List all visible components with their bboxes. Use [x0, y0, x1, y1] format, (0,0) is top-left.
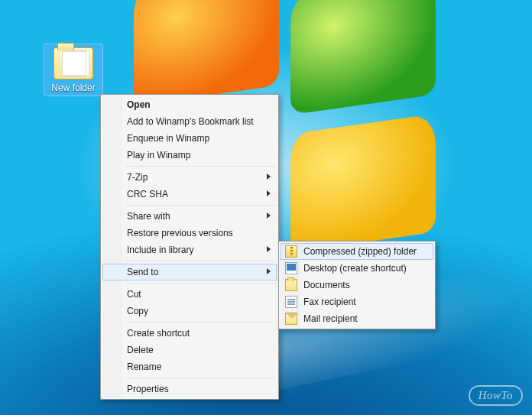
menu-separator	[125, 205, 275, 206]
submenu-item-mail[interactable]: Mail recipient	[281, 310, 433, 327]
label-zip: Compressed (zipped) folder	[303, 246, 417, 257]
submenu-item-documents[interactable]: Documents	[281, 277, 433, 293]
watermark-howto: HowTo	[469, 385, 523, 406]
label-include-library: Include in library	[127, 245, 193, 255]
label-rename: Rename	[127, 362, 161, 372]
label-enqueue: Enqueue in Winamp	[127, 133, 209, 144]
desktop[interactable]: New folder Open Add to Winamp's Bookmark…	[0, 0, 532, 415]
menu-separator	[125, 322, 275, 323]
submenu-arrow-icon	[267, 246, 271, 252]
menu-item-copy[interactable]: Copy	[102, 303, 277, 319]
menu-item-open[interactable]: Open	[102, 96, 277, 113]
label-delete: Delete	[127, 345, 154, 355]
menu-item-create-shortcut[interactable]: Create shortcut	[102, 325, 277, 342]
label-share-with: Share with	[127, 211, 170, 222]
menu-item-play[interactable]: Play in Winamp	[102, 147, 277, 164]
menu-item-7zip[interactable]: 7-Zip	[102, 169, 277, 186]
label-play: Play in Winamp	[127, 150, 190, 160]
label-open: Open	[127, 99, 151, 110]
label-copy: Copy	[127, 306, 148, 316]
menu-item-send-to[interactable]: Send to	[102, 264, 277, 280]
menu-item-restore[interactable]: Restore previous versions	[102, 225, 277, 242]
menu-item-include-library[interactable]: Include in library	[102, 242, 277, 258]
menu-separator	[125, 283, 275, 284]
submenu-arrow-icon	[267, 268, 271, 274]
menu-item-add-bookmark[interactable]: Add to Winamp's Bookmark list	[102, 113, 277, 130]
label-create-shortcut: Create shortcut	[127, 328, 190, 339]
submenu-item-fax[interactable]: Fax recipient	[281, 293, 433, 310]
documents-icon	[285, 279, 297, 291]
submenu-arrow-icon	[267, 173, 271, 180]
label-mail: Mail recipient	[303, 313, 358, 324]
label-cut: Cut	[127, 289, 141, 300]
label-send-to: Send to	[127, 267, 158, 277]
label-crc-sha: CRC SHA	[127, 189, 168, 199]
fax-icon	[285, 296, 297, 308]
submenu-arrow-icon	[267, 212, 271, 219]
menu-item-rename[interactable]: Rename	[102, 358, 277, 375]
desktop-icon	[285, 262, 297, 274]
label-restore: Restore previous versions	[127, 228, 233, 238]
menu-separator	[125, 166, 275, 167]
label-add-bookmark: Add to Winamp's Bookmark list	[127, 116, 254, 127]
desktop-folder-icon[interactable]: New folder	[44, 44, 102, 96]
context-menu: Open Add to Winamp's Bookmark list Enque…	[100, 94, 279, 400]
desktop-folder-label: New folder	[46, 83, 101, 93]
menu-item-delete[interactable]: Delete	[102, 342, 277, 358]
menu-item-share-with[interactable]: Share with	[102, 208, 277, 225]
label-properties: Properties	[127, 384, 169, 394]
label-fax: Fax recipient	[303, 297, 356, 307]
mail-icon	[285, 313, 297, 325]
folder-icon	[54, 47, 93, 79]
menu-item-cut[interactable]: Cut	[102, 286, 277, 303]
label-documents: Documents	[303, 280, 350, 290]
submenu-item-compressed-folder[interactable]: Compressed (zipped) folder	[281, 243, 433, 260]
label-desktop: Desktop (create shortcut)	[303, 263, 407, 274]
submenu-item-desktop-shortcut[interactable]: Desktop (create shortcut)	[281, 260, 433, 277]
zip-folder-icon	[285, 245, 297, 258]
label-7zip: 7-Zip	[127, 172, 148, 183]
menu-item-crc-sha[interactable]: CRC SHA	[102, 186, 277, 203]
menu-separator	[125, 261, 275, 261]
menu-item-enqueue[interactable]: Enqueue in Winamp	[102, 130, 277, 147]
menu-separator	[125, 378, 275, 378]
submenu-arrow-icon	[267, 190, 271, 196]
menu-item-properties[interactable]: Properties	[102, 381, 277, 397]
send-to-submenu: Compressed (zipped) folder Desktop (crea…	[278, 241, 436, 329]
